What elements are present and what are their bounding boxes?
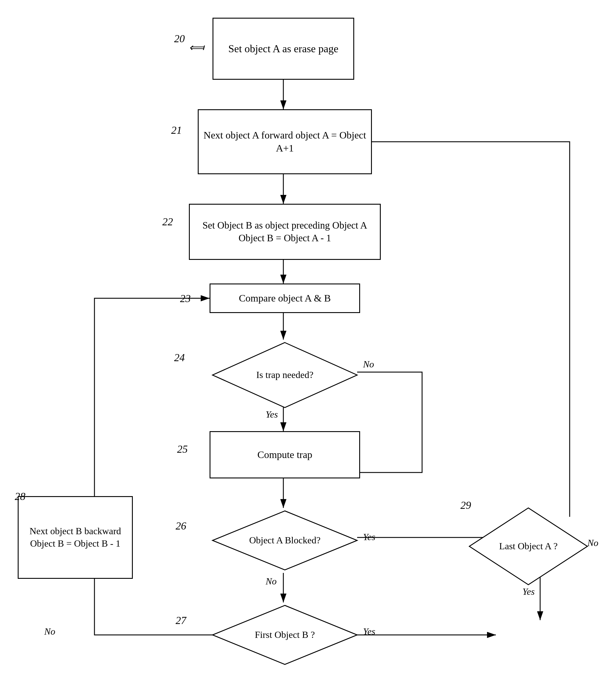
step-22-box: Set Object B as object preceding Object … [189, 204, 381, 260]
step-24-label: Is trap needed? [210, 340, 360, 410]
label-27-yes: Yes [363, 626, 375, 637]
label-29-yes: Yes [522, 586, 535, 597]
label-26-no: No [266, 576, 277, 587]
step-23-num: 23 [180, 292, 191, 305]
step-20-box: Set object A as erase page [213, 18, 354, 80]
step-28-num: 28 [15, 490, 25, 503]
step-27-diamond-container: First Object B ? [210, 603, 360, 668]
step-20-label: Set object A as erase page [228, 42, 338, 56]
step-21-label: Next object A forward object A = Object … [199, 129, 371, 155]
step-21-box: Next object A forward object A = Object … [198, 109, 372, 174]
step-29-diamond-container: Last Object A ? [466, 505, 590, 588]
step-28-label: Next object B backward Object B = Object… [18, 525, 132, 550]
step-28-box: Next object B backward Object B = Object… [18, 496, 133, 579]
step-29-num: 29 [460, 499, 471, 512]
step-29-label: Last Object A ? [466, 505, 590, 588]
step-23-label: Compare object A & B [239, 292, 331, 305]
step-25-label: Compute trap [257, 448, 312, 461]
label-29-no: No [587, 538, 598, 549]
step-24-num: 24 [174, 352, 185, 364]
step-25-num: 25 [177, 443, 188, 456]
label-24-yes: Yes [266, 409, 278, 420]
squiggle-20: ⟽ [189, 41, 204, 54]
step-22-num: 22 [162, 215, 173, 228]
step-24-diamond-container: Is trap needed? [210, 340, 360, 410]
flowchart: Set object A as erase page 20 ⟽ Next obj… [0, 0, 616, 699]
label-24-no: No [363, 359, 374, 370]
step-23-box: Compare object A & B [210, 283, 360, 313]
step-26-num: 26 [176, 520, 186, 532]
label-26-yes: Yes [363, 531, 375, 542]
step-27-num: 27 [176, 614, 186, 627]
step-27-label: First Object B ? [210, 603, 360, 668]
step-20-num: 20 [174, 32, 185, 45]
label-27-no: No [44, 626, 55, 637]
step-25-box: Compute trap [210, 431, 360, 478]
step-26-diamond-container: Object A Blocked? [210, 508, 360, 573]
step-21-num: 21 [171, 124, 182, 136]
step-22-label: Set Object B as object preceding Object … [190, 219, 380, 245]
step-26-label: Object A Blocked? [210, 508, 360, 573]
